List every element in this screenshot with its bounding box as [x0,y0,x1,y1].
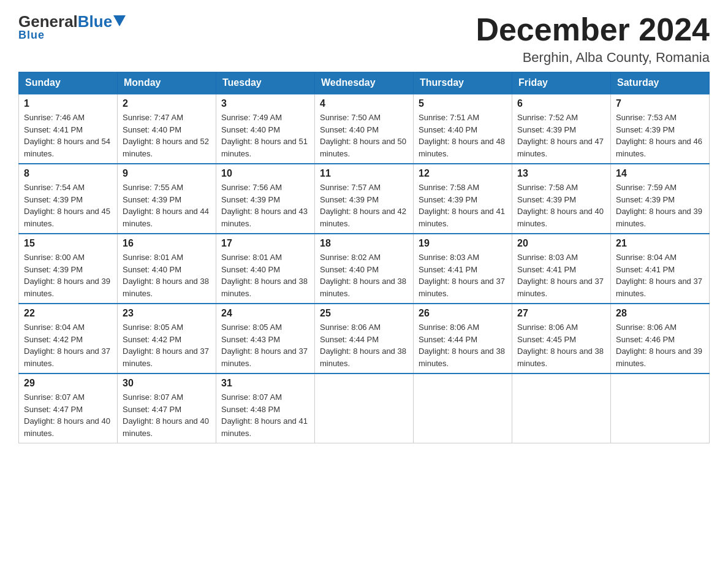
col-header-thursday: Thursday [414,72,512,94]
calendar-cell: 28 Sunrise: 8:06 AMSunset: 4:46 PMDaylig… [611,304,710,373]
day-info: Sunrise: 8:07 AMSunset: 4:47 PMDaylight:… [24,393,110,438]
day-number: 15 [24,238,112,249]
calendar-cell: 19 Sunrise: 8:03 AMSunset: 4:41 PMDaylig… [414,234,512,304]
month-title: December 2024 [476,12,710,47]
day-number: 19 [419,238,507,249]
day-info: Sunrise: 7:49 AMSunset: 4:40 PMDaylight:… [221,113,308,158]
day-info: Sunrise: 8:07 AMSunset: 4:47 PMDaylight:… [123,393,209,438]
calendar-cell: 22 Sunrise: 8:04 AMSunset: 4:42 PMDaylig… [19,304,118,373]
calendar-cell: 16 Sunrise: 8:01 AMSunset: 4:40 PMDaylig… [118,234,216,304]
day-number: 5 [419,98,507,109]
day-number: 8 [24,168,112,179]
day-info: Sunrise: 7:46 AMSunset: 4:41 PMDaylight:… [24,113,110,158]
calendar-cell: 30 Sunrise: 8:07 AMSunset: 4:47 PMDaylig… [118,373,216,443]
day-number: 12 [419,168,507,179]
day-info: Sunrise: 8:06 AMSunset: 4:44 PMDaylight:… [419,323,505,368]
day-number: 14 [616,168,704,179]
day-number: 9 [123,168,211,179]
day-info: Sunrise: 8:07 AMSunset: 4:48 PMDaylight:… [221,393,308,438]
day-number: 31 [221,378,309,389]
calendar-cell: 13 Sunrise: 7:58 AMSunset: 4:39 PMDaylig… [512,164,611,234]
day-info: Sunrise: 8:03 AMSunset: 4:41 PMDaylight:… [419,253,505,298]
calendar-cell: 4 Sunrise: 7:50 AMSunset: 4:40 PMDayligh… [315,94,414,164]
day-info: Sunrise: 8:01 AMSunset: 4:40 PMDaylight:… [123,253,209,298]
col-header-monday: Monday [118,72,216,94]
calendar-cell: 27 Sunrise: 8:06 AMSunset: 4:45 PMDaylig… [512,304,611,373]
day-number: 7 [616,98,704,109]
week-row-1: 1 Sunrise: 7:46 AMSunset: 4:41 PMDayligh… [19,94,710,164]
day-info: Sunrise: 8:01 AMSunset: 4:40 PMDaylight:… [221,253,308,298]
day-info: Sunrise: 8:04 AMSunset: 4:41 PMDaylight:… [616,253,702,298]
calendar-cell: 1 Sunrise: 7:46 AMSunset: 4:41 PMDayligh… [19,94,118,164]
calendar-cell: 6 Sunrise: 7:52 AMSunset: 4:39 PMDayligh… [512,94,611,164]
day-number: 3 [221,98,309,109]
day-info: Sunrise: 8:03 AMSunset: 4:41 PMDaylight:… [517,253,604,298]
col-header-tuesday: Tuesday [216,72,315,94]
day-info: Sunrise: 8:04 AMSunset: 4:42 PMDaylight:… [24,323,110,368]
day-number: 6 [517,98,605,109]
day-number: 28 [616,308,704,319]
day-info: Sunrise: 7:51 AMSunset: 4:40 PMDaylight:… [419,113,505,158]
calendar-cell: 23 Sunrise: 8:05 AMSunset: 4:42 PMDaylig… [118,304,216,373]
calendar-cell: 18 Sunrise: 8:02 AMSunset: 4:40 PMDaylig… [315,234,414,304]
calendar-cell: 29 Sunrise: 8:07 AMSunset: 4:47 PMDaylig… [19,373,118,443]
calendar-cell: 17 Sunrise: 8:01 AMSunset: 4:40 PMDaylig… [216,234,315,304]
day-number: 16 [123,238,211,249]
page-header: GeneralBlue Blue December 2024 Berghin, … [18,12,710,66]
week-row-5: 29 Sunrise: 8:07 AMSunset: 4:47 PMDaylig… [19,373,710,443]
day-info: Sunrise: 8:02 AMSunset: 4:40 PMDaylight:… [320,253,406,298]
calendar-cell: 5 Sunrise: 7:51 AMSunset: 4:40 PMDayligh… [414,94,512,164]
week-row-3: 15 Sunrise: 8:00 AMSunset: 4:39 PMDaylig… [19,234,710,304]
calendar-cell: 25 Sunrise: 8:06 AMSunset: 4:44 PMDaylig… [315,304,414,373]
col-header-sunday: Sunday [19,72,118,94]
day-info: Sunrise: 8:05 AMSunset: 4:42 PMDaylight:… [123,323,209,368]
day-info: Sunrise: 8:06 AMSunset: 4:44 PMDaylight:… [320,323,406,368]
day-info: Sunrise: 7:53 AMSunset: 4:39 PMDaylight:… [616,113,702,158]
calendar-cell: 20 Sunrise: 8:03 AMSunset: 4:41 PMDaylig… [512,234,611,304]
day-number: 13 [517,168,605,179]
title-area: December 2024 Berghin, Alba County, Roma… [476,12,710,66]
day-info: Sunrise: 7:58 AMSunset: 4:39 PMDaylight:… [517,183,604,228]
day-number: 4 [320,98,408,109]
logo-blue-text: Blue [78,12,112,31]
logo-underline: Blue [18,29,45,42]
calendar-cell [315,373,414,443]
calendar-cell: 8 Sunrise: 7:54 AMSunset: 4:39 PMDayligh… [19,164,118,234]
calendar-cell: 31 Sunrise: 8:07 AMSunset: 4:48 PMDaylig… [216,373,315,443]
day-info: Sunrise: 8:05 AMSunset: 4:43 PMDaylight:… [221,323,308,368]
day-info: Sunrise: 7:50 AMSunset: 4:40 PMDaylight:… [320,113,406,158]
day-number: 27 [517,308,605,319]
day-info: Sunrise: 8:00 AMSunset: 4:39 PMDaylight:… [24,253,110,298]
day-info: Sunrise: 7:54 AMSunset: 4:39 PMDaylight:… [24,183,110,228]
day-number: 22 [24,308,112,319]
calendar-cell: 12 Sunrise: 7:58 AMSunset: 4:39 PMDaylig… [414,164,512,234]
day-number: 26 [419,308,507,319]
calendar-cell [512,373,611,443]
calendar-cell: 11 Sunrise: 7:57 AMSunset: 4:39 PMDaylig… [315,164,414,234]
day-number: 11 [320,168,408,179]
day-number: 17 [221,238,309,249]
day-info: Sunrise: 7:56 AMSunset: 4:39 PMDaylight:… [221,183,308,228]
day-info: Sunrise: 8:06 AMSunset: 4:45 PMDaylight:… [517,323,604,368]
calendar-cell [414,373,512,443]
calendar-cell: 2 Sunrise: 7:47 AMSunset: 4:40 PMDayligh… [118,94,216,164]
col-header-wednesday: Wednesday [315,72,414,94]
calendar-cell: 9 Sunrise: 7:55 AMSunset: 4:39 PMDayligh… [118,164,216,234]
day-number: 18 [320,238,408,249]
calendar-cell: 10 Sunrise: 7:56 AMSunset: 4:39 PMDaylig… [216,164,315,234]
day-info: Sunrise: 8:06 AMSunset: 4:46 PMDaylight:… [616,323,702,368]
day-number: 20 [517,238,605,249]
col-header-saturday: Saturday [611,72,710,94]
day-info: Sunrise: 7:52 AMSunset: 4:39 PMDaylight:… [517,113,604,158]
calendar-cell: 14 Sunrise: 7:59 AMSunset: 4:39 PMDaylig… [611,164,710,234]
calendar-cell: 21 Sunrise: 8:04 AMSunset: 4:41 PMDaylig… [611,234,710,304]
day-number: 25 [320,308,408,319]
day-number: 24 [221,308,309,319]
col-header-friday: Friday [512,72,611,94]
day-number: 21 [616,238,704,249]
logo: GeneralBlue Blue [18,12,126,42]
calendar-cell: 24 Sunrise: 8:05 AMSunset: 4:43 PMDaylig… [216,304,315,373]
day-number: 30 [123,378,211,389]
day-number: 23 [123,308,211,319]
calendar-cell [611,373,710,443]
